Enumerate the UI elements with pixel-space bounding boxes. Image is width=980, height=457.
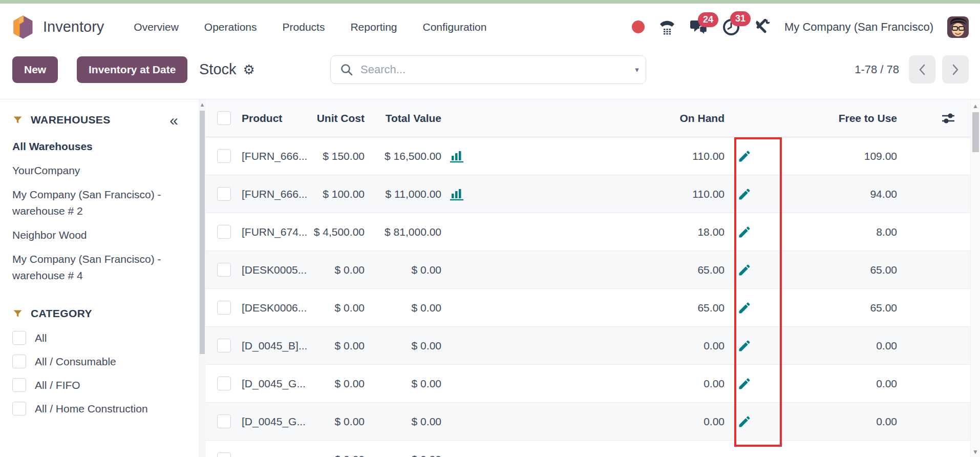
activities-clock-icon[interactable]: 31 xyxy=(722,18,740,36)
pager-next-button[interactable] xyxy=(942,55,969,84)
warehouse-filter-item[interactable]: Neighbor Wood xyxy=(12,227,186,243)
row-checkbox[interactable] xyxy=(217,377,231,390)
table-row[interactable]: [FURN_666... $ 100.00 $ 11,000.00 110.00… xyxy=(206,175,970,213)
inventory-at-date-button[interactable]: Inventory at Date xyxy=(77,56,187,83)
row-checkbox[interactable] xyxy=(217,452,231,457)
search-dropdown-caret-icon[interactable]: ▾ xyxy=(628,56,646,84)
category-filter-list: All All / Consumable All / FIFO All / Ho… xyxy=(12,331,186,416)
product-cell[interactable]: [DESK0005... xyxy=(242,264,313,276)
row-checkbox[interactable] xyxy=(217,187,231,201)
pager-previous-button[interactable] xyxy=(909,55,935,84)
edit-pencil-icon[interactable] xyxy=(737,149,752,163)
edit-pencil-icon[interactable] xyxy=(737,225,752,239)
company-switcher[interactable]: My Company (San Francisco) xyxy=(784,20,933,34)
total-value-cell: $ 0.00 xyxy=(365,378,441,390)
product-cell[interactable]: [D_0045_G... xyxy=(242,416,313,428)
column-header-unit-cost[interactable]: Unit Cost xyxy=(313,112,365,124)
search-input[interactable] xyxy=(360,63,628,76)
column-header-product[interactable]: Product xyxy=(242,112,313,124)
tools-icon[interactable] xyxy=(754,19,771,35)
sidebar-scrollbar-thumb[interactable] xyxy=(200,111,205,354)
edit-pencil-icon[interactable] xyxy=(737,339,752,353)
menu-operations[interactable]: Operations xyxy=(204,21,257,33)
total-value-cell: $ 0.00 xyxy=(365,453,441,457)
valuation-chart-icon[interactable] xyxy=(449,149,464,163)
warehouse-filter-item[interactable]: All Warehouses xyxy=(12,138,186,155)
messages-count-badge: 24 xyxy=(698,12,718,27)
new-button[interactable]: New xyxy=(12,56,58,83)
product-cell[interactable]: [D_0045_B]... xyxy=(242,340,313,352)
category-filter-item[interactable]: All xyxy=(12,331,186,345)
messages-icon[interactable]: 24 xyxy=(690,19,708,35)
table-row[interactable]: [DESK0005... $ 0.00 $ 0.00 65.00 65.00 xyxy=(206,251,970,289)
edit-pencil-icon[interactable] xyxy=(737,301,752,315)
edit-pencil-icon[interactable] xyxy=(737,263,752,277)
edit-pencil-icon[interactable] xyxy=(737,414,752,429)
product-cell[interactable]: [DESK0006... xyxy=(242,302,313,314)
category-checkbox[interactable] xyxy=(12,378,26,392)
table-row[interactable]: [FURN_666... $ 150.00 $ 16,500.00 110.00… xyxy=(206,137,970,175)
category-checkbox[interactable] xyxy=(12,402,26,416)
total-value-cell: $ 16,500.00 xyxy=(365,150,441,162)
unit-cost-cell: $ 0.00 xyxy=(313,453,365,457)
category-filter-item[interactable]: All / Home Construction xyxy=(12,402,186,416)
column-header-free-to-use[interactable]: Free to Use xyxy=(764,112,897,124)
category-filter-item[interactable]: All / FIFO xyxy=(12,378,186,392)
table-row[interactable]: [DESK0006... $ 0.00 $ 0.00 65.00 65.00 xyxy=(206,289,970,327)
product-cell[interactable]: [FURN_666... xyxy=(242,150,313,162)
gear-icon[interactable]: ⚙ xyxy=(243,63,255,76)
menu-products[interactable]: Products xyxy=(283,21,325,33)
row-checkbox[interactable] xyxy=(217,225,231,239)
voip-phone-icon[interactable] xyxy=(658,19,676,35)
warehouse-filter-item[interactable]: My Company (San Francisco) - warehouse #… xyxy=(12,251,186,284)
table-row[interactable]: [D_0045_G... $ 0.00 $ 0.00 0.00 0.00 xyxy=(206,403,970,441)
product-cell[interactable]: [D_0045_G... xyxy=(242,378,313,390)
menu-reporting[interactable]: Reporting xyxy=(350,21,397,33)
row-checkbox[interactable] xyxy=(217,301,231,315)
row-checkbox[interactable] xyxy=(217,263,231,277)
column-settings-sliders-icon[interactable] xyxy=(941,112,956,125)
category-label: All / Home Construction xyxy=(35,403,148,415)
scroll-down-arrow-icon[interactable]: ▼ xyxy=(971,448,980,455)
select-all-checkbox[interactable] xyxy=(217,111,231,125)
menu-overview[interactable]: Overview xyxy=(134,21,179,33)
table-body: [FURN_666... $ 150.00 $ 16,500.00 110.00… xyxy=(206,137,970,457)
edit-pencil-icon[interactable] xyxy=(737,187,752,201)
top-accent-strip xyxy=(0,0,980,4)
total-value-cell: $ 81,000.00 xyxy=(365,226,441,238)
warehouse-filter-item[interactable]: My Company (San Francisco) - warehouse #… xyxy=(12,186,186,219)
edit-pencil-icon[interactable] xyxy=(737,377,752,391)
control-bar: New Inventory at Date Stock ⚙ ▾ 1-78 / 7… xyxy=(0,50,980,99)
table-row[interactable]: [FURN_674... $ 4,500.00 $ 81,000.00 18.0… xyxy=(206,213,970,251)
on-hand-cell: 0.00 xyxy=(472,416,725,428)
table-scrollbar[interactable]: ▲ ▼ xyxy=(970,99,980,457)
table-scrollbar-thumb[interactable] xyxy=(972,112,979,152)
menu-configuration[interactable]: Configuration xyxy=(423,21,487,33)
valuation-chart-icon[interactable] xyxy=(449,187,464,201)
warehouses-section-title: WAREHOUSES xyxy=(12,114,186,126)
free-to-use-cell: 0.00 xyxy=(764,378,897,390)
table-row[interactable]: [D_0045_B]... $ 0.00 $ 0.00 0.00 0.00 xyxy=(206,327,970,365)
scroll-up-arrow-icon[interactable]: ▲ xyxy=(199,101,206,108)
on-hand-cell: 0.00 xyxy=(472,340,725,352)
warehouse-filter-item[interactable]: YourCompany xyxy=(12,162,186,179)
category-filter-item[interactable]: All / Consumable xyxy=(12,355,186,368)
sidebar-scrollbar[interactable]: ▲ xyxy=(199,99,206,457)
row-checkbox[interactable] xyxy=(217,149,231,163)
app-brand[interactable]: Inventory xyxy=(12,15,104,39)
user-avatar[interactable] xyxy=(947,16,969,38)
product-cell[interactable]: [FURN_666... xyxy=(242,188,313,200)
product-cell[interactable]: [FURN_674... xyxy=(242,226,313,238)
scroll-up-arrow-icon[interactable]: ▲ xyxy=(971,102,980,110)
table-row[interactable]: [D_0045_G... $ 0.00 $ 0.00 0.00 0.00 xyxy=(206,365,970,403)
category-checkbox[interactable] xyxy=(12,331,26,345)
column-header-total-value[interactable]: Total Value xyxy=(365,112,441,124)
sidebar-collapse-icon[interactable]: « xyxy=(169,113,178,128)
row-checkbox[interactable] xyxy=(217,339,231,352)
table-row[interactable]: $ 0.00 $ 0.00 xyxy=(206,441,970,457)
unit-cost-cell: $ 0.00 xyxy=(313,340,365,352)
row-checkbox[interactable] xyxy=(217,414,231,428)
category-checkbox[interactable] xyxy=(12,355,26,368)
total-value-cell: $ 0.00 xyxy=(365,302,441,314)
column-header-on-hand[interactable]: On Hand xyxy=(472,112,725,124)
